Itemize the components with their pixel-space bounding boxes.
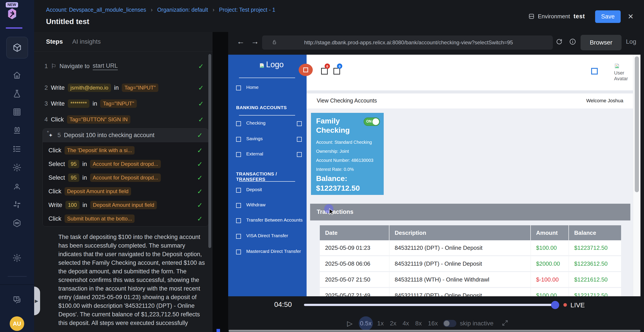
broken-icon-blue[interactable] [591,68,598,75]
step-target-chip: Submit button at the botto... [64,214,135,223]
bank-nav-item-external[interactable]: External [228,149,306,160]
breadcrumb-account[interactable]: Account: Devspace_all_module_licenses [46,7,146,13]
speed-1x[interactable]: 1x [377,320,384,327]
tab-browser[interactable]: Browser [580,35,622,50]
sidebar-item-automations[interactable] [12,218,22,228]
notification-badge: 0 [325,64,330,69]
sidebar-item-home[interactable] [12,71,22,80]
account-toggle[interactable]: ON [364,118,380,126]
account-details: Account: Standard CheckingOwnership: Joi… [316,138,373,174]
close-icon[interactable]: ✕ [628,12,634,21]
steps-scrollbar-thumb[interactable] [208,54,211,248]
account-detail-line: Interest Rate: 0.0% [316,165,373,174]
recording-stop-button[interactable] [299,64,313,76]
seek-bar[interactable] [304,304,555,306]
tab-ai-insights[interactable]: AI insights [72,38,101,45]
breadcrumb-project[interactable]: Project: Test project - 1 [219,7,275,13]
bank-user-avatar[interactable]: User Avatar [614,63,631,87]
bank-divider [239,78,295,78]
environment-value: test [574,13,585,20]
step-row[interactable]: ClickDeposit Amount input field✓ [43,185,208,198]
speed-4x[interactable]: 4x [402,320,409,327]
step-group-header[interactable]: ✦✧ 5 Deposit 100 into checking account ✓ [43,129,208,142]
step-row[interactable]: Select95inAccount for Deposit dropd...✓ [43,171,208,185]
speed-2x[interactable]: 2x [390,320,396,327]
help-icon[interactable] [12,295,22,304]
bank-nav-label: Savings [246,136,263,141]
browser-back-icon[interactable]: ← [237,37,245,46]
refresh-icon[interactable] [556,38,563,46]
sidebar-item-modules[interactable] [6,37,28,59]
play-icon[interactable]: ▷ [347,319,352,327]
step-row[interactable]: 1⚐Navigate tostart URL✓ [43,60,204,72]
tab-steps[interactable]: Steps [46,38,63,45]
bank-nav-item-savings[interactable]: Savings [228,134,306,144]
speed-8x[interactable]: 8x [415,320,422,327]
sidebar-item-experiments[interactable] [12,89,22,98]
bank-logo-link[interactable]: Logo [259,60,284,69]
info-icon[interactable] [569,38,576,46]
tab-log[interactable]: Log [626,38,636,45]
bank-sidebar: Logo HomeBANKING ACCOUNTSCheckingSavings… [228,55,306,296]
step-action: Click [48,188,62,195]
speed-16x[interactable]: 16x [428,320,438,327]
skip-inactive-toggle[interactable] [443,320,456,327]
browser-forward-icon[interactable]: → [251,37,259,46]
bank-nav-item-home[interactable]: Home [228,83,306,93]
step-number: 2 [43,84,48,91]
table-header-row: DateDescriptionAmountBalance [320,225,621,240]
broken-image-icon [236,152,241,157]
notification-icon-1[interactable]: 0 [321,64,333,77]
environment-selector[interactable]: Environment test [528,12,585,21]
sidebar-item-explore[interactable] [12,181,22,191]
bank-nav-item-checking[interactable]: Checking [228,119,306,129]
user-avatar[interactable]: AU [10,316,24,331]
bank-nav-item-mastercard-direct-transfer[interactable]: Mastercard Direct Transfer [228,247,306,257]
breadcrumb-organization[interactable]: Organization: default [157,7,208,13]
bank-nav-section-header: BANKING ACCOUNTS [236,105,287,110]
seek-knob[interactable] [551,301,559,309]
step-row[interactable]: 3Write********inTag="INPUT"✓ [43,97,204,110]
playback-time: 04:50 [274,300,292,309]
bank-nav-item-transfer-between-accounts[interactable]: Transfer Between Accounts [228,216,306,226]
save-button[interactable]: Save [595,10,621,23]
account-detail-line: Ownership: Joint [316,147,373,156]
settings-icon[interactable] [12,253,22,262]
step-row[interactable]: Write100inDeposit Amount input field✓ [43,198,208,212]
fullscreen-icon[interactable] [502,319,508,327]
step-target-chip: Tag="BUTTON" SIGN IN [67,115,130,124]
step-row[interactable]: 2Writejsmith@demo.ioinTag="INPUT"✓ [43,82,204,94]
sidebar-item-runs[interactable] [12,126,22,135]
modules-icon [12,43,22,53]
notification-icon-2[interactable]: 0 [333,64,345,77]
viewport-scrollbar-thumb[interactable] [635,57,639,192]
horizontal-scrollbar-thumb[interactable] [228,330,640,332]
sidebar-item-settings[interactable] [12,163,22,172]
broken-image-icon [297,152,302,157]
step-connector: in [82,161,87,168]
step-row[interactable]: ClickSubmit button at the botto...✓ [43,212,208,225]
step-group-deposit[interactable]: ✦✧ 5 Deposit 100 into checking account ✓… [42,128,208,227]
bank-nav-item-withdraw[interactable]: Withdraw [228,200,306,210]
step-passed-icon: ✓ [197,215,203,223]
bank-nav-item-deposit[interactable]: Deposit [228,185,306,195]
sidebar-item-checklist[interactable] [12,144,22,154]
step-passed-icon: ✓ [198,116,204,123]
step-target-chip: Deposit Amount input field [90,201,157,209]
mouse-cursor-icon [328,208,336,216]
test-title[interactable]: Untitled test [46,17,89,26]
account-card[interactable]: Family Checking ON Account: Standard Che… [311,113,384,195]
sidebar-item-suites[interactable] [12,107,22,117]
speed-0.5x[interactable]: 0.5x [359,316,373,330]
viewport-scrollbar[interactable] [633,55,640,296]
table-row: 2025-05-07 21:49845321117 (DPT) - Online… [320,288,621,296]
sidebar-item-integrations[interactable] [12,200,22,209]
table-row: 2025-05-09 01:23845321120 (DPT) - Online… [320,240,621,256]
panel-collapse-handle[interactable]: ▶ [34,286,40,315]
step-start-url-link[interactable]: start URL [93,62,118,70]
step-row[interactable]: Select95inAccount for Deposit dropd...✓ [43,157,208,171]
step-row[interactable]: ClickThe 'Deposit' link with a si...✓ [43,144,208,157]
url-bar[interactable]: http://stage.dbank.prod-apps.relicx.ai:8… [262,36,553,50]
bank-nav-item-visa-direct-transfer[interactable]: VISA Direct Transfer [228,231,306,241]
step-row[interactable]: 4ClickTag="BUTTON" SIGN IN✓ [43,113,204,126]
